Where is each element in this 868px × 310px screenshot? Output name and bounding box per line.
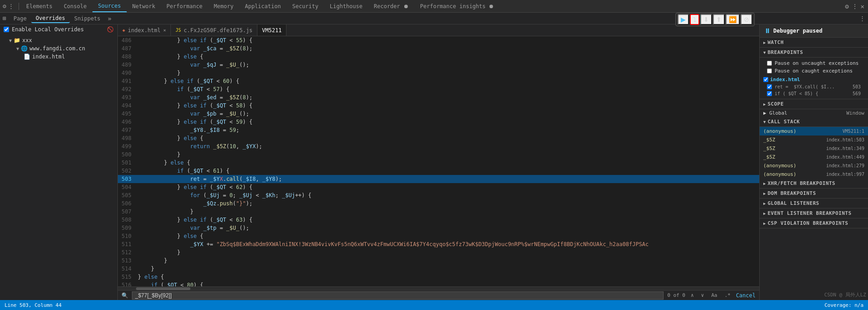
- bp1-line: 503: [853, 84, 861, 89]
- section-event[interactable]: ▶ Event Listener Breakpoints: [760, 208, 868, 218]
- code-lines: 486 } else if (_$QT < 55) { 487 var _$ca…: [118, 36, 759, 286]
- sidebar: Enable Local Overrides 🚫 ▼ 📁 xxx ▼ 🌐 www…: [0, 24, 118, 300]
- search-next-button[interactable]: ∨: [699, 292, 706, 298]
- code-tab-indexhtml[interactable]: ◈ index.html ✕: [118, 24, 171, 36]
- tab-network[interactable]: Network: [127, 0, 161, 12]
- debug-stepinto-button[interactable]: ⬇: [700, 14, 712, 25]
- section-global[interactable]: ▶ Global Listeners: [760, 199, 868, 208]
- code-line-493: 493 var _$ed = _$5Z(8);: [118, 93, 759, 102]
- override-clear-icon[interactable]: 🚫: [107, 26, 114, 33]
- subtab-page[interactable]: Page: [9, 15, 31, 23]
- pause-caught-checkbox[interactable]: [767, 68, 772, 73]
- bp2-code: if (_$QT < 85) {: [775, 91, 847, 96]
- cancel-search-button[interactable]: Cancel: [736, 292, 756, 299]
- enable-overrides-label[interactable]: Enable Local Overrides: [12, 26, 84, 33]
- horizontal-scrollbar[interactable]: [118, 286, 759, 290]
- callstack-item-3[interactable]: _$5Z index.html:449: [760, 153, 868, 161]
- code-line-508: 508 } else if (_$QT < 63) {: [118, 216, 759, 224]
- tab-application[interactable]: Application: [239, 0, 286, 12]
- close-icon[interactable]: ✕: [861, 3, 864, 10]
- debug-toolbar: ▶ ⤵ ⬇ ⬆ ⏩ ⊘: [675, 13, 755, 26]
- section-xhr[interactable]: ▶ XHR/fetch Breakpoints: [760, 179, 868, 189]
- case-sensitive-button[interactable]: Aa: [709, 292, 719, 298]
- code-line-511: 511 _$YX += "ZbSq$BExWhaDdm9XWAlniINX!3W…: [118, 240, 759, 248]
- section-callstack[interactable]: ▼ Call Stack: [760, 117, 868, 127]
- bp1-code: ret = _$YX.call(_$I...: [775, 84, 847, 89]
- tree-item-xxx[interactable]: ▼ 📁 xxx: [0, 36, 117, 44]
- subtab-kebab[interactable]: ⋮: [859, 15, 865, 22]
- tree-item-indexhtml[interactable]: 📄 index.html: [0, 53, 117, 61]
- code-content[interactable]: 486 } else if (_$QT < 55) { 487 var _$ca…: [118, 36, 759, 286]
- section-scope[interactable]: ▶ Scope: [760, 99, 868, 109]
- section-breakpoints[interactable]: ▼ Breakpoints: [760, 48, 868, 58]
- tab-lighthouse[interactable]: Lighthouse: [324, 0, 368, 12]
- callstack-item-2[interactable]: _$5Z index.html:349: [760, 144, 868, 153]
- sidebar-toggle-icon[interactable]: ⊞: [3, 15, 6, 22]
- code-line-494: 494 } else if (_$QT < 58) {: [118, 102, 759, 110]
- tab-perf-insights[interactable]: Performance insights ⏺: [415, 0, 500, 12]
- debug-resume-button[interactable]: ▶: [678, 14, 689, 25]
- callstack-item-1[interactable]: _$5Z index.html:503: [760, 136, 868, 144]
- tab-performance[interactable]: Performance: [161, 0, 208, 12]
- pause-uncaught-checkbox[interactable]: [767, 61, 772, 66]
- settings-icon[interactable]: ⚙: [845, 3, 849, 10]
- global-label: Global Listeners: [767, 200, 819, 206]
- bp2-checkbox[interactable]: [767, 91, 772, 96]
- tab-sources[interactable]: Sources: [92, 0, 127, 12]
- code-line-505: 505 for (_$Uj = 0; _$Uj < _$Kh; _$Uj++) …: [118, 191, 759, 199]
- bp1-checkbox[interactable]: [767, 84, 772, 89]
- devtools-icon2[interactable]: ⋮: [8, 3, 14, 10]
- callstack-item-5[interactable]: (anonymous) index.html:997: [760, 170, 868, 179]
- section-csp[interactable]: ▶ CSP Violation Breakpoints: [760, 218, 868, 228]
- cursor-position: Line 503, Column 44: [5, 302, 62, 308]
- scope-arrow-icon: ▶: [763, 102, 766, 107]
- subtab-more[interactable]: »: [105, 15, 114, 22]
- tab-console[interactable]: Console: [58, 0, 93, 12]
- regex-button[interactable]: .*: [723, 292, 732, 298]
- bp-file-checkbox[interactable]: [763, 77, 768, 82]
- code-tab-js[interactable]: JS c.FxJzG50F.dfe1675.js: [171, 24, 257, 36]
- section-dom[interactable]: ▶ DOM Breakpoints: [760, 189, 868, 199]
- tab-elements[interactable]: Elements: [21, 0, 58, 12]
- code-line-516: 516 if (_$QT < 80) {: [118, 281, 759, 286]
- code-line-507: 507 }: [118, 208, 759, 216]
- debug-stepover-button[interactable]: ⤵: [690, 14, 699, 25]
- code-line-489: 489 var _$qJ = _$U_();: [118, 61, 759, 69]
- cs-loc-1: index.html:503: [826, 137, 864, 142]
- debug-step-button[interactable]: ⏩: [726, 14, 740, 25]
- callstack-item-4[interactable]: (anonymous) index.html:279: [760, 161, 868, 170]
- tree-item-fangdi[interactable]: ▼ 🌐 www.fangdi.com.cn: [0, 44, 117, 53]
- tab-recorder[interactable]: Recorder ⏺: [369, 0, 415, 12]
- bp-file-label: index.html: [770, 77, 800, 82]
- tab-security[interactable]: Security: [287, 0, 325, 12]
- code-line-486: 486 } else if (_$QT < 55) {: [118, 36, 759, 44]
- callstack-item-0[interactable]: (anonymous) VM5211:1: [760, 127, 868, 136]
- cs-name-0: (anonymous): [763, 128, 796, 134]
- search-prev-button[interactable]: ∧: [689, 292, 696, 298]
- tab-memory[interactable]: Memory: [209, 0, 239, 12]
- code-line-513: 513 }: [118, 257, 759, 265]
- code-line-503: 503 ret = _$YX.call(_$I8, _$Y8);: [118, 175, 759, 183]
- search-bar: 🔍 0 of 0 ∧ ∨ Aa .* Cancel: [118, 290, 759, 300]
- code-line-502: 502 if (_$QT < 61) {: [118, 167, 759, 175]
- code-line-510: 510 } else {: [118, 232, 759, 240]
- search-icon[interactable]: 🔍: [121, 292, 128, 299]
- enable-overrides-checkbox[interactable]: [4, 27, 9, 32]
- code-line-515: 515 } else {: [118, 273, 759, 281]
- debug-deactivate-button[interactable]: ⊘: [741, 14, 752, 25]
- close-tab-indexhtml[interactable]: ✕: [163, 28, 166, 33]
- subtab-overrides[interactable]: Overrides: [31, 14, 70, 23]
- status-bar: Line 503, Column 44 Coverage: n/a: [0, 300, 868, 310]
- enable-overrides-row: Enable Local Overrides 🚫: [0, 24, 117, 34]
- status-right: Coverage: n/a: [824, 302, 863, 308]
- devtools-icon1[interactable]: ⚙: [3, 3, 6, 10]
- search-input[interactable]: [132, 291, 664, 300]
- subtab-snippets[interactable]: Snippets: [70, 15, 105, 23]
- code-tab-vm5211[interactable]: VM5211: [257, 24, 286, 36]
- more-icon[interactable]: ⋮: [852, 3, 858, 10]
- section-watch[interactable]: ▶ Watch: [760, 38, 868, 48]
- main-area: Enable Local Overrides 🚫 ▼ 📁 xxx ▼ 🌐 www…: [0, 24, 868, 300]
- code-line-504: 504 } else if (_$QT < 62) {: [118, 183, 759, 191]
- debug-stepout-button[interactable]: ⬆: [713, 14, 725, 25]
- code-line-506: 506 _$Qz.push("}");: [118, 199, 759, 208]
